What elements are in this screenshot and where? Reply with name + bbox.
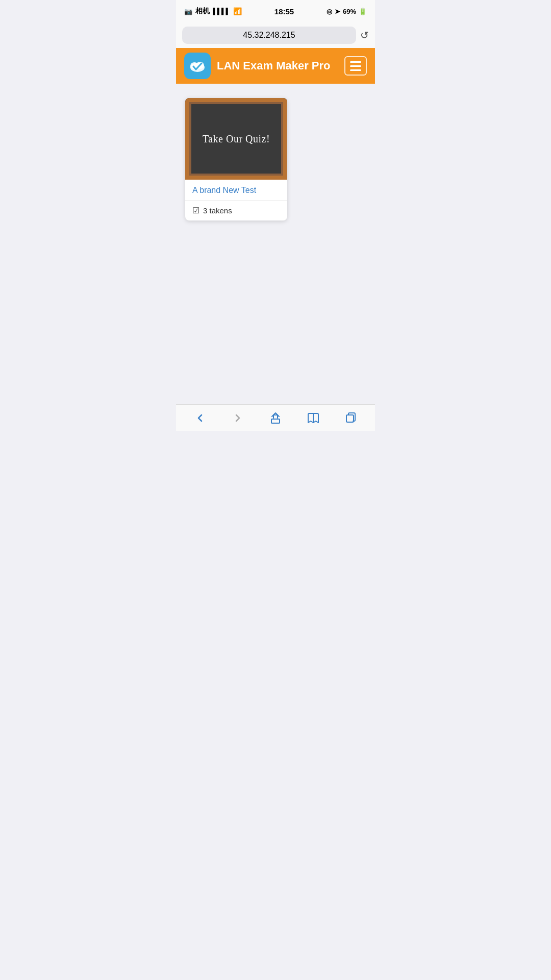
bookmark-button[interactable] [302,407,324,429]
back-icon [194,412,206,424]
share-icon [269,412,282,424]
battery-percent: 69% [343,8,356,15]
quiz-card-takens: 3 takens [203,206,232,215]
reload-button[interactable]: ↺ [360,29,369,41]
tabs-icon [345,412,357,424]
share-button[interactable] [264,407,287,429]
svg-rect-3 [271,419,280,423]
back-button[interactable] [189,407,211,429]
url-input[interactable] [182,27,356,44]
bookmark-icon [307,412,319,424]
address-bar: ↺ [176,22,375,48]
quiz-card-meta: ☑ 3 takens [185,201,287,220]
location-icon: ◎ [327,8,332,15]
menu-line-2 [350,65,361,67]
status-bar-time: 18:55 [274,7,294,16]
camera-icon: 📷 [184,8,192,15]
check-icon: ☑ [192,206,199,215]
svg-rect-4 [346,415,354,422]
tabs-button[interactable] [340,407,362,429]
logo-icon [189,57,206,75]
main-content: Take Our Quiz! A brand New Test ☑ 3 take… [176,84,375,404]
battery-icon: 🔋 [359,8,367,15]
app-header: LAN Exam Maker Pro [176,48,375,84]
chalkboard-text: Take Our Quiz! [203,133,270,145]
quiz-card-title: A brand New Test [185,180,287,201]
status-bar: 📷 相机 ▌▌▌▌ 📶 18:55 ◎ ➤ 69% 🔋 [176,0,375,22]
browser-bottom-bar [176,404,375,431]
app-title: LAN Exam Maker Pro [217,59,331,72]
app-header-left: LAN Exam Maker Pro [184,53,331,79]
wifi-icon: 📶 [233,7,242,15]
forward-icon [232,412,244,424]
menu-line-3 [350,69,361,71]
menu-button[interactable] [344,56,367,76]
status-bar-left: 📷 相机 ▌▌▌▌ 📶 [184,7,242,16]
forward-button[interactable] [227,407,249,429]
status-bar-right: ◎ ➤ 69% 🔋 [327,8,367,15]
quiz-card-image: Take Our Quiz! [185,98,287,180]
app-logo [184,53,211,79]
carrier-label: 相机 [195,7,210,16]
signal-icon: ▌▌▌▌ [213,8,230,15]
menu-line-1 [350,61,361,63]
quiz-card[interactable]: Take Our Quiz! A brand New Test ☑ 3 take… [185,98,287,220]
gps-icon: ➤ [335,8,340,15]
